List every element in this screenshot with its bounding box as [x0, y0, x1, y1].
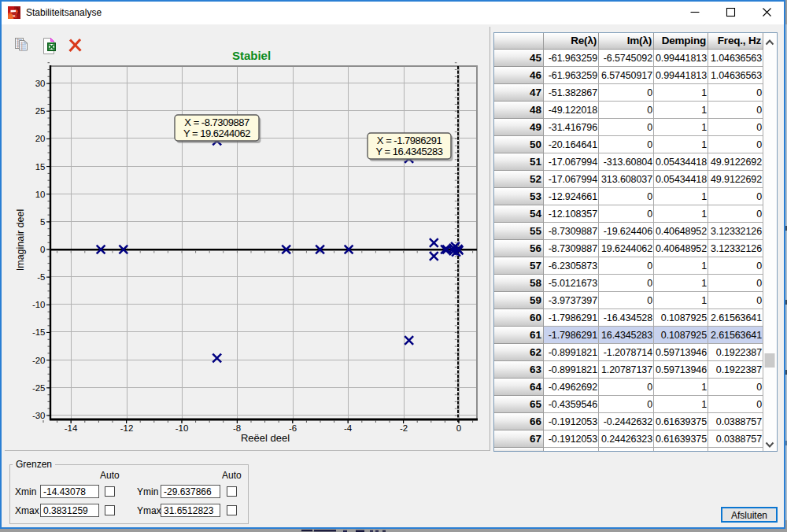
svg-text:Reëel deel: Reëel deel [241, 432, 290, 444]
svg-text:-10: -10 [176, 423, 189, 433]
svg-text:Imaginair deel: Imaginair deel [15, 209, 26, 272]
svg-text:-6: -6 [289, 423, 297, 433]
svg-text:30: 30 [35, 79, 46, 88]
svg-text:-14: -14 [65, 423, 78, 433]
svg-text:-30: -30 [32, 411, 46, 420]
svg-text:25: 25 [35, 106, 46, 116]
svg-text:-15: -15 [32, 327, 46, 337]
svg-text:-5: -5 [37, 272, 45, 282]
svg-text:-10: -10 [32, 300, 46, 309]
svg-text:-4: -4 [344, 423, 353, 433]
svg-text:Y = 19.6244062: Y = 19.6244062 [183, 127, 250, 139]
svg-text:0: 0 [456, 423, 461, 433]
svg-text:-12: -12 [120, 423, 134, 433]
svg-text:-25: -25 [32, 383, 46, 393]
svg-text:15: 15 [35, 162, 46, 172]
svg-text:5: 5 [40, 217, 45, 227]
svg-text:X = -8.7309887: X = -8.7309887 [184, 116, 249, 128]
svg-text:-8: -8 [233, 423, 241, 433]
svg-text:-20: -20 [32, 356, 46, 365]
svg-text:0: 0 [40, 245, 45, 254]
svg-text:-2: -2 [400, 423, 408, 433]
svg-text:X = -1.7986291: X = -1.7986291 [377, 135, 442, 146]
svg-text:20: 20 [35, 134, 46, 143]
svg-text:Y = 16.4345283: Y = 16.4345283 [376, 146, 443, 157]
svg-text:10: 10 [35, 190, 46, 199]
